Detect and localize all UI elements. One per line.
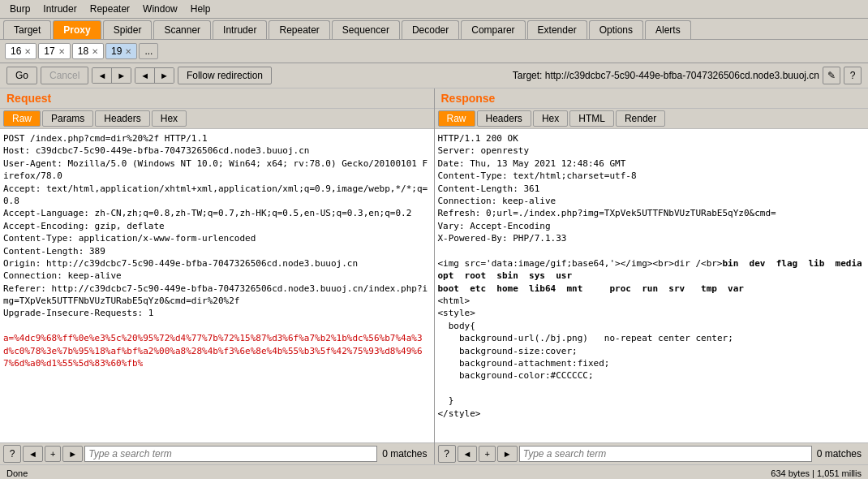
- target-info: Target: http://c39dcbc7-5c90-449e-bfba-7…: [513, 67, 862, 84]
- edit-target-button[interactable]: ✎: [823, 67, 840, 84]
- tab-alerts[interactable]: Alerts: [645, 20, 691, 39]
- main-tab-bar: Target Proxy Spider Scanner Intruder Rep…: [0, 19, 868, 40]
- tab-decoder[interactable]: Decoder: [402, 20, 459, 39]
- request-search-bar: ? ◄ + ► 0 matches: [0, 442, 434, 464]
- request-tab-headers[interactable]: Headers: [95, 110, 149, 127]
- response-search-bar: ? ◄ + ► 0 matches: [435, 442, 869, 464]
- response-content[interactable]: HTTP/1.1 200 OK Server: openresty Date: …: [435, 129, 869, 442]
- menu-burp[interactable]: Burp: [3, 2, 37, 16]
- response-tabs: Raw Headers Hex HTML Render: [435, 109, 869, 129]
- go-button[interactable]: Go: [6, 67, 37, 84]
- request-tab-raw[interactable]: Raw: [3, 110, 41, 127]
- status-bar: Done 634 bytes | 1,051 millis: [0, 464, 868, 479]
- response-tab-hex[interactable]: Hex: [533, 110, 568, 127]
- response-tab-headers[interactable]: Headers: [477, 110, 531, 127]
- back-forward-group: ◄ ►: [92, 67, 131, 84]
- menu-window[interactable]: Window: [136, 2, 184, 16]
- menu-bar: Burp Intruder Repeater Window Help: [0, 0, 868, 19]
- request-search-next[interactable]: +: [45, 446, 61, 462]
- back-button[interactable]: ◄: [92, 68, 112, 83]
- tab-spider[interactable]: Spider: [103, 20, 153, 39]
- page-tab-more[interactable]: ...: [139, 43, 158, 59]
- request-search-forward[interactable]: ►: [62, 446, 83, 462]
- page-tab-19[interactable]: 19 ✕: [105, 43, 137, 59]
- cancel-button[interactable]: Cancel: [41, 67, 88, 84]
- response-tab-render[interactable]: Render: [616, 110, 665, 127]
- status-text: Done: [6, 468, 28, 478]
- response-title: Response: [435, 88, 869, 109]
- response-tab-raw[interactable]: Raw: [438, 110, 475, 127]
- request-tab-hex[interactable]: Hex: [152, 110, 187, 127]
- request-search-prev[interactable]: ◄: [23, 446, 43, 462]
- close-tab-16[interactable]: ✕: [24, 47, 31, 56]
- tab-comparer[interactable]: Comparer: [461, 20, 525, 39]
- content-area: Request Raw Params Headers Hex POST /ind…: [0, 88, 868, 464]
- request-content[interactable]: POST /index.php?cmd=dir%20%2f HTTP/1.1 H…: [0, 129, 434, 442]
- tab-sequencer[interactable]: Sequencer: [332, 20, 400, 39]
- tab-proxy[interactable]: Proxy: [53, 20, 101, 39]
- request-title: Request: [0, 88, 434, 109]
- request-search-input[interactable]: [84, 446, 377, 462]
- response-search-count: 0 matches: [814, 448, 865, 460]
- request-search-count: 0 matches: [379, 448, 430, 460]
- request-tab-params[interactable]: Params: [42, 110, 93, 127]
- tab-scanner[interactable]: Scanner: [153, 20, 211, 39]
- response-search-input[interactable]: [519, 446, 812, 462]
- response-search-next[interactable]: +: [479, 446, 495, 462]
- close-tab-17[interactable]: ✕: [58, 47, 65, 56]
- menu-help[interactable]: Help: [184, 2, 217, 16]
- tab-repeater[interactable]: Repeater: [269, 20, 329, 39]
- status-right: 634 bytes | 1,051 millis: [771, 468, 862, 478]
- menu-repeater[interactable]: Repeater: [84, 2, 136, 16]
- page-tab-18[interactable]: 18 ✕: [72, 43, 104, 59]
- close-tab-18[interactable]: ✕: [92, 47, 98, 56]
- tab-intruder[interactable]: Intruder: [213, 20, 267, 39]
- tab-options[interactable]: Options: [589, 20, 643, 39]
- tab-extender[interactable]: Extender: [527, 20, 587, 39]
- request-tabs: Raw Params Headers Hex: [0, 109, 434, 129]
- forward-button[interactable]: ►: [112, 68, 131, 83]
- menu-intruder[interactable]: Intruder: [37, 2, 83, 16]
- help-button[interactable]: ?: [844, 67, 862, 84]
- prev-next-group: ◄ ►: [135, 67, 174, 84]
- target-label: Target: http://c39dcbc7-5c90-449e-bfba-7…: [513, 70, 819, 81]
- response-search-forward[interactable]: ►: [497, 446, 518, 462]
- request-panel: Request Raw Params Headers Hex POST /ind…: [0, 88, 435, 464]
- close-tab-19[interactable]: ✕: [125, 47, 131, 56]
- page-tab-bar: 16 ✕ 17 ✕ 18 ✕ 19 ✕ ...: [0, 40, 868, 63]
- response-tab-html[interactable]: HTML: [569, 110, 614, 127]
- next-button[interactable]: ►: [155, 68, 174, 83]
- request-search-help[interactable]: ?: [3, 445, 21, 463]
- response-panel: Response Raw Headers Hex HTML Render HTT…: [435, 88, 869, 464]
- tab-target[interactable]: Target: [3, 20, 51, 39]
- page-tab-17[interactable]: 17 ✕: [38, 43, 70, 59]
- page-tab-16[interactable]: 16 ✕: [5, 43, 37, 59]
- prev-button[interactable]: ◄: [135, 68, 155, 83]
- follow-redirect-button[interactable]: Follow redirection: [178, 67, 272, 84]
- toolbar: Go Cancel ◄ ► ◄ ► Follow redirection Tar…: [0, 63, 868, 88]
- response-search-prev[interactable]: ◄: [458, 446, 478, 462]
- response-search-help[interactable]: ?: [438, 445, 456, 463]
